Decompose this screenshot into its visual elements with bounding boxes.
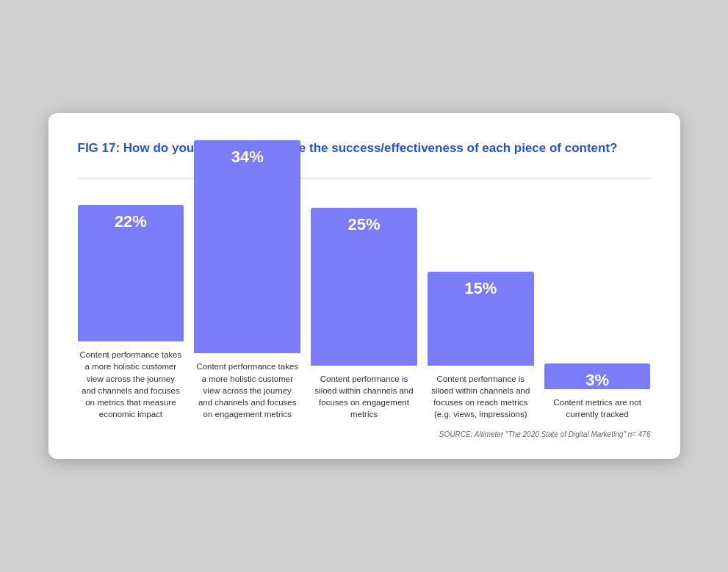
bar-15: 15% — [428, 272, 534, 366]
bar-percent-label-3: 3% — [585, 363, 609, 390]
bar-34: 34% — [194, 140, 300, 353]
bar-group-22: 22%Content performance takes a more holi… — [78, 128, 184, 420]
bar-description-22: Content performance takes a more holisti… — [78, 349, 184, 420]
source-line: SOURCE: Altimeter "The 2020 State of Dig… — [78, 430, 651, 438]
bar-22: 22% — [78, 205, 184, 341]
chart-area: 22%Content performance takes a more holi… — [78, 185, 651, 420]
bar-percent-label-15: 15% — [464, 272, 497, 298]
bar-percent-label-25: 25% — [347, 208, 380, 234]
bar-25: 25% — [311, 208, 417, 366]
bar-group-34: 34%Content performance takes a more holi… — [194, 140, 300, 419]
bar-description-3: Content metrics are not currently tracke… — [544, 397, 651, 420]
bar-percent-label-22: 22% — [115, 205, 147, 231]
bar-description-15: Content performance is siloed within cha… — [428, 373, 534, 420]
bar-wrapper-22: 22% — [78, 128, 184, 341]
bar-percent-label-34: 34% — [231, 140, 264, 167]
bar-group-3: 3%Content metrics are not currently trac… — [544, 176, 651, 420]
bar-wrapper-3: 3% — [544, 176, 651, 389]
bar-group-25: 25%Content performance is siloed within … — [311, 153, 417, 420]
bar-description-25: Content performance is siloed within cha… — [311, 373, 417, 420]
bar-group-15: 15%Content performance is siloed within … — [428, 153, 534, 420]
bar-wrapper-15: 15% — [428, 153, 534, 366]
bar-wrapper-34: 34% — [194, 140, 300, 353]
bar-description-34: Content performance takes a more holisti… — [194, 361, 300, 419]
bar-3: 3% — [544, 363, 651, 389]
chart-card: FIG 17: How do you currently measure the… — [48, 113, 680, 459]
bar-wrapper-25: 25% — [311, 153, 417, 366]
